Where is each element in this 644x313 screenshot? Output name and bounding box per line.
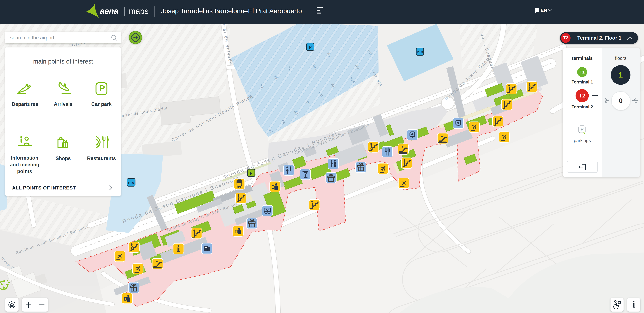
svg-text:PTC: PTC: [417, 50, 423, 54]
svg-text:P: P: [100, 84, 105, 93]
svg-text:PTA: PTA: [128, 181, 134, 184]
svg-text:P: P: [580, 127, 584, 132]
svg-text:EN: EN: [540, 8, 547, 13]
svg-text:P: P: [250, 171, 252, 176]
svg-text:P: P: [309, 45, 312, 49]
